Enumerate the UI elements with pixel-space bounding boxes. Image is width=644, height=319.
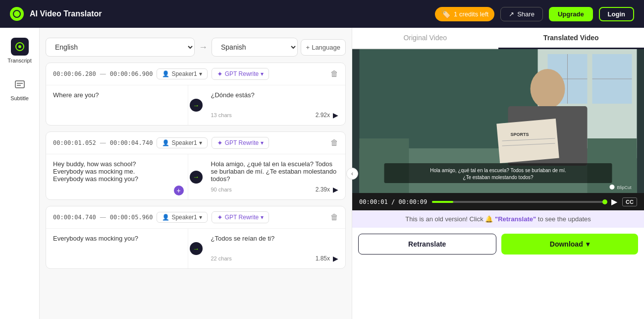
source-language-select[interactable]: English (46, 38, 195, 57)
card-2-add-button[interactable]: + (174, 186, 184, 195)
card-2-footer: 90 chars 2.39x ▶ (211, 186, 339, 193)
card-1-translated: ¿Dónde estás? 13 chars 2.92x ▶ (204, 85, 346, 125)
app-logo (10, 7, 24, 21)
card-1-original-text: Where are you? (53, 91, 99, 99)
subtitle-card-1: 00:00:06.280 — 00:00:06.900 👤 Speaker1 ▾… (46, 63, 346, 126)
add-language-label: Language (312, 44, 340, 51)
speaker-3-icon: 👤 (162, 214, 169, 221)
gpt-3-chevron-icon: ▾ (261, 214, 264, 221)
card-2-gpt-button[interactable]: ✦ GPT Rewrite ▾ (212, 137, 269, 149)
cc-button[interactable]: CC (622, 197, 637, 206)
speaker-chevron-icon: ▾ (199, 70, 202, 77)
card-1-speed-info: 2.92x ▶ (316, 111, 338, 119)
card-3-speaker-label: Speaker1 (171, 214, 197, 221)
card-3-translated-text: ¿Todos se reían de ti? (211, 235, 339, 252)
login-button[interactable]: Login (599, 7, 634, 21)
app-title: AI Video Translator (30, 9, 429, 18)
main-layout: Transcript Subtitle English → Spani (0, 28, 644, 319)
translate-arrow-icon: → (190, 99, 203, 112)
transcript-icon (11, 38, 29, 56)
upgrade-button[interactable]: Upgrade (549, 7, 593, 21)
card-2-play-button[interactable]: ▶ (333, 186, 338, 193)
svg-text:¿Te estaban molestando todos?: ¿Te estaban molestando todos? (463, 175, 534, 180)
card-3-translate-button[interactable]: → (188, 229, 204, 268)
card-2-speaker-button[interactable]: 👤 Speaker1 ▾ (157, 137, 207, 148)
tab-translated-video[interactable]: Translated Video (498, 28, 644, 49)
card-1-header: 00:00:06.280 — 00:00:06.900 👤 Speaker1 ▾… (46, 63, 345, 85)
card-2-time-dash: — (100, 139, 106, 146)
gpt-2-icon: ✦ (217, 139, 223, 147)
card-2-translated-text: Hola amigo, ¿qué tal en la escuela? Todo… (211, 160, 339, 183)
subtitle-card-3: 00:00:04.740 — 00:00:05.960 👤 Speaker1 ▾… (46, 206, 346, 269)
card-1-gpt-label: GPT Rewrite (225, 70, 259, 77)
card-1-footer: 13 chars 2.92x ▶ (211, 111, 339, 119)
sidebar-item-subtitle[interactable]: Subtitle (3, 71, 37, 105)
card-3-original-text: Everybody was mocking you? (53, 235, 138, 242)
card-3-gpt-button[interactable]: ✦ GPT Rewrite ▾ (212, 211, 269, 223)
tab-original-label: Original Video (403, 34, 447, 42)
total-time: 00:00:09 (398, 198, 427, 205)
svg-text:BlipCut: BlipCut (617, 185, 632, 190)
card-2-speaker-label: Speaker1 (171, 139, 197, 146)
retranslate-button[interactable]: Retranslate (358, 234, 496, 255)
card-3-delete-button[interactable]: 🗑 (330, 213, 338, 222)
current-time: 00:00:01 (359, 198, 388, 205)
card-3-speaker-button[interactable]: 👤 Speaker1 ▾ (157, 212, 207, 223)
card-1-time-dash: — (100, 70, 106, 77)
add-language-button[interactable]: + Language (301, 39, 346, 56)
target-language-select[interactable]: Spanish (212, 38, 298, 57)
collapse-panel-button[interactable]: ‹ (346, 168, 358, 180)
sidebar: Transcript Subtitle (0, 28, 40, 319)
card-1-translated-text: ¿Dónde estás? (211, 91, 339, 108)
gpt-2-chevron-icon: ▾ (261, 139, 264, 146)
subtitle-icon (11, 75, 29, 93)
card-1-delete-button[interactable]: 🗑 (330, 69, 338, 78)
app-header: AI Video Translator 🏷️ 1 credits left ↗ … (0, 0, 644, 28)
card-3-translated: ¿Todos se reían de ti? 22 chars 1.85x ▶ (204, 229, 346, 268)
svg-rect-2 (15, 81, 24, 88)
retranslate-link[interactable]: "Retranslate" (495, 215, 536, 223)
card-2-delete-button[interactable]: 🗑 (330, 138, 338, 147)
retranslate-banner: This is an old version! Click 🔔 "Retrans… (352, 210, 644, 228)
card-2-original: Hey buddy, how was school? Everybody was… (46, 154, 188, 199)
card-2-translate-button[interactable]: → (188, 154, 204, 199)
bell-icon: 🔔 (485, 215, 495, 223)
card-2-gpt-label: GPT Rewrite (225, 139, 259, 146)
language-arrow-icon: → (199, 42, 208, 53)
banner-text-after: to see the updates (538, 215, 591, 223)
right-panel: ‹ Original Video Translated Video (352, 28, 644, 319)
bottom-actions: Retranslate Download ▾ (352, 228, 644, 260)
card-3-play-button[interactable]: ▶ (333, 255, 338, 262)
share-button[interactable]: ↗ Share (500, 7, 543, 21)
speaker-icon: 👤 (162, 70, 169, 77)
gpt-3-icon: ✦ (217, 213, 223, 221)
card-3-footer: 22 chars 1.85x ▶ (211, 255, 339, 262)
card-1-speaker-button[interactable]: 👤 Speaker1 ▾ (157, 68, 207, 79)
card-1-speed: 2.92x (316, 112, 330, 119)
card-1-time-end: 00:00:06.900 (110, 70, 153, 77)
card-2-speed: 2.39x (316, 186, 330, 193)
card-1-play-button[interactable]: ▶ (333, 111, 338, 119)
transcript-label: Transcript (7, 58, 32, 64)
card-1-gpt-button[interactable]: ✦ GPT Rewrite ▾ (212, 68, 269, 80)
video-progress-bar[interactable] (432, 201, 606, 203)
download-button[interactable]: Download ▾ (501, 234, 639, 255)
banner-text-before: This is an old version! Click (405, 215, 483, 223)
share-icon: ↗ (509, 10, 514, 18)
svg-point-1 (18, 45, 21, 48)
card-2-header: 00:00:01.052 — 00:00:04.740 👤 Speaker1 ▾… (46, 132, 345, 154)
card-1-speaker-label: Speaker1 (171, 70, 197, 77)
sidebar-item-transcript[interactable]: Transcript (3, 34, 37, 67)
video-play-button[interactable]: ▶ (611, 197, 617, 206)
video-player: SPORTS Hola amigo, ¿qué tal en la escuel… (352, 49, 644, 193)
card-3-time-end: 00:00:05.960 (110, 214, 153, 221)
svg-point-24 (610, 185, 615, 190)
download-chevron-icon: ▾ (586, 240, 590, 248)
card-1-time-start: 00:00:06.280 (53, 70, 96, 77)
svg-text:SPORTS: SPORTS (511, 132, 529, 137)
card-1-translate-button[interactable]: → (188, 85, 204, 125)
gpt-chevron-icon: ▾ (261, 70, 264, 77)
tab-original-video[interactable]: Original Video (352, 28, 498, 49)
card-2-original-text: Hey buddy, how was school? Everybody was… (53, 160, 138, 183)
video-progress-fill (432, 201, 453, 203)
